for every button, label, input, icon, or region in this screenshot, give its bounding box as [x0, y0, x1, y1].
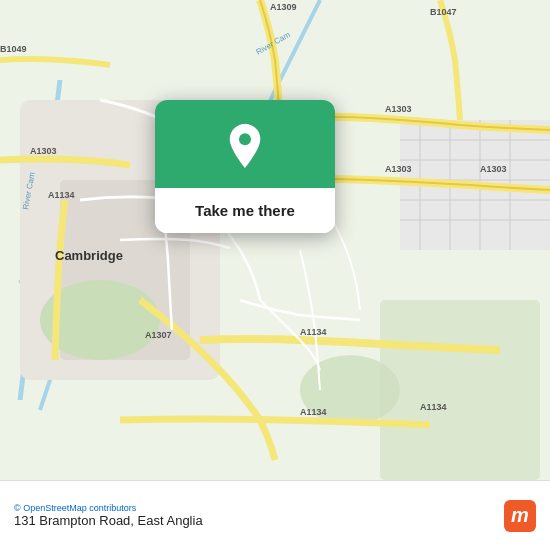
bottom-row: © OpenStreetMap contributors 131 Brampto… [14, 500, 536, 532]
svg-rect-5 [380, 300, 540, 480]
svg-text:A1134: A1134 [48, 190, 75, 200]
take-me-there-button[interactable]: Take me there [155, 188, 335, 233]
svg-text:Cambridge: Cambridge [55, 248, 123, 263]
svg-text:A1303: A1303 [480, 164, 507, 174]
moovit-letter: m [511, 504, 529, 527]
svg-text:B1049: B1049 [0, 44, 27, 54]
svg-point-31 [239, 133, 251, 145]
popup-card: Take me there [155, 100, 335, 233]
svg-text:B1047: B1047 [430, 7, 457, 17]
bottom-info: © OpenStreetMap contributors 131 Brampto… [14, 500, 536, 532]
svg-text:A1134: A1134 [300, 327, 327, 337]
svg-text:A1309: A1309 [270, 2, 297, 12]
moovit-logo: m [504, 500, 536, 532]
svg-text:A1307: A1307 [145, 330, 172, 340]
svg-text:A1303: A1303 [385, 164, 412, 174]
osm-credit-link[interactable]: OpenStreetMap contributors [23, 503, 136, 513]
svg-text:A1303: A1303 [385, 104, 412, 114]
address-text: 131 Brampton Road, East Anglia [14, 513, 504, 528]
popup-header [155, 100, 335, 188]
svg-text:A1134: A1134 [300, 407, 327, 417]
svg-text:A1303: A1303 [30, 146, 57, 156]
moovit-icon: m [504, 500, 536, 532]
svg-text:A1134: A1134 [420, 402, 447, 412]
app-container: A1309 A1303 A1303 A1303 A1134 A1134 A113… [0, 0, 550, 550]
map-svg: A1309 A1303 A1303 A1303 A1134 A1134 A113… [0, 0, 550, 480]
map-area[interactable]: A1309 A1303 A1303 A1303 A1134 A1134 A113… [0, 0, 550, 480]
osm-credit: © OpenStreetMap contributors [14, 503, 504, 513]
location-pin-icon [221, 122, 269, 170]
osm-credit-prefix: © [14, 503, 23, 513]
bottom-bar: © OpenStreetMap contributors 131 Brampto… [0, 480, 550, 550]
